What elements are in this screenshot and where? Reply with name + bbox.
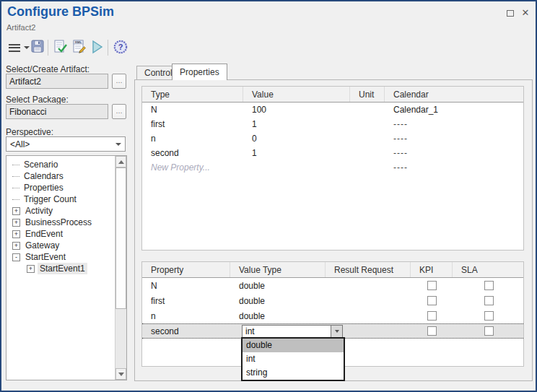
value-type-dropdown-list: double int string [241, 337, 345, 381]
properties-value-table: Type Value Unit Calendar N100Calendar_1 … [141, 86, 524, 251]
dialog-subtitle: Artifact2 [6, 23, 35, 32]
col-type: Type [142, 87, 243, 102]
help-button[interactable]: ? [113, 39, 128, 55]
save-button[interactable] [30, 39, 45, 53]
scroll-down-button[interactable] [115, 368, 126, 380]
col-sla: SLA [453, 262, 525, 277]
table-row[interactable]: N100Calendar_1 [142, 103, 523, 117]
kpi-checkbox[interactable] [427, 326, 437, 336]
tab-properties[interactable]: Properties [172, 64, 227, 80]
collapse-icon[interactable]: - [12, 253, 20, 261]
expand-icon[interactable]: + [12, 219, 20, 227]
artifact-label: Select/Create Artifact: [6, 64, 90, 74]
table-row[interactable]: second1---- [142, 146, 523, 160]
perspective-select[interactable]: <All> [6, 136, 126, 152]
dropdown-option-string[interactable]: string [243, 366, 344, 380]
table-row[interactable]: ndouble [142, 308, 523, 323]
toolbar-separator [108, 40, 108, 56]
tree-item-scenario[interactable]: Scenario [6, 159, 115, 170]
expand-icon[interactable]: + [12, 242, 20, 250]
kpi-checkbox[interactable] [427, 296, 437, 305]
sla-checkbox[interactable] [484, 311, 494, 321]
dialog-title: Configure BPSim [7, 4, 114, 19]
col-property: Property [142, 262, 230, 277]
help-icon: ? [113, 39, 128, 55]
tree-item-properties[interactable]: Properties [6, 182, 115, 193]
arrow-down-icon [118, 373, 124, 376]
table-row[interactable]: first1---- [142, 117, 523, 131]
col-result-request: Result Request [326, 262, 411, 277]
col-calendar: Calendar [385, 87, 523, 102]
chevron-down-icon [115, 143, 121, 146]
sla-checkbox[interactable] [484, 326, 494, 336]
sla-checkbox[interactable] [484, 281, 494, 290]
menu-dropdown-caret-icon[interactable] [24, 46, 30, 49]
svg-text:?: ? [118, 43, 123, 51]
perspective-value: <All> [10, 139, 30, 149]
tree-item-businessprocess[interactable]: +BusinessProcess [6, 217, 115, 228]
edit-xml-button[interactable]: XML [71, 39, 87, 55]
run-simulation-button[interactable] [91, 40, 104, 54]
col-value-type: Value Type [230, 262, 326, 277]
expand-icon[interactable]: + [12, 207, 20, 215]
bpsim-tree: Scenario Calendars Properties Trigger Co… [6, 155, 127, 380]
scrollbar-thumb[interactable] [115, 167, 126, 309]
validate-button[interactable] [52, 39, 68, 55]
svg-text:XML: XML [75, 40, 82, 44]
artifact-input[interactable] [6, 74, 108, 89]
package-browse-button[interactable]: ... [112, 104, 126, 119]
tree-item-activity[interactable]: +Activity [6, 205, 115, 217]
save-icon [30, 39, 45, 53]
hamburger-icon [9, 42, 20, 53]
expand-icon[interactable]: + [12, 230, 20, 238]
dropdown-option-double[interactable]: double [243, 339, 344, 352]
maximize-icon [507, 10, 514, 17]
table-row[interactable]: Ndouble [142, 278, 523, 293]
perspective-label: Perspective: [6, 127, 53, 137]
tree-scrollbar[interactable] [115, 156, 126, 380]
scroll-up-button[interactable] [115, 156, 126, 167]
package-label: Select Package: [6, 95, 69, 105]
tree-item-startevent1[interactable]: +StartEvent1 [6, 263, 115, 274]
table-row[interactable]: n0---- [142, 131, 523, 146]
tree-item-trigger-count[interactable]: Trigger Count [6, 193, 115, 205]
menu-button[interactable] [6, 40, 23, 55]
table-header: Property Value Type Result Request KPI S… [142, 262, 523, 278]
maximize-button[interactable] [504, 7, 517, 19]
new-property-row[interactable]: New Property...---- [142, 160, 523, 175]
close-button[interactable]: ✕ [519, 6, 532, 18]
artifact-browse-button[interactable]: ... [112, 74, 126, 89]
table-row[interactable]: firstdouble [142, 293, 523, 308]
value-type-editor[interactable]: int [242, 325, 331, 338]
toolbar-separator [48, 40, 48, 56]
tree-item-calendars[interactable]: Calendars [6, 170, 115, 182]
dropdown-option-int[interactable]: int [243, 352, 344, 366]
combobox-dropdown-button[interactable] [331, 325, 343, 338]
document-check-icon [52, 39, 68, 55]
tree-item-gateway[interactable]: +Gateway [6, 240, 115, 251]
play-icon [91, 40, 104, 54]
kpi-checkbox[interactable] [427, 281, 437, 290]
expand-icon[interactable]: + [27, 265, 35, 273]
col-value: Value [243, 87, 350, 102]
configure-bpsim-dialog: Configure BPSim ✕ Artifact2 [0, 0, 537, 392]
selected-table-row[interactable]: second int [142, 323, 523, 339]
xml-edit-icon: XML [71, 39, 87, 55]
package-input[interactable] [6, 104, 108, 119]
chevron-down-icon [335, 330, 339, 333]
col-kpi: KPI [411, 262, 453, 277]
tree-item-endevent[interactable]: +EndEvent [6, 228, 115, 240]
value-type-combobox[interactable]: int [242, 325, 343, 338]
close-icon: ✕ [522, 8, 530, 17]
tree-item-startevent[interactable]: -StartEvent [6, 251, 115, 263]
kpi-checkbox[interactable] [427, 311, 437, 321]
table-header: Type Value Unit Calendar [142, 87, 523, 103]
col-unit: Unit [350, 87, 385, 102]
sla-checkbox[interactable] [484, 296, 494, 305]
arrow-up-icon [118, 160, 124, 164]
